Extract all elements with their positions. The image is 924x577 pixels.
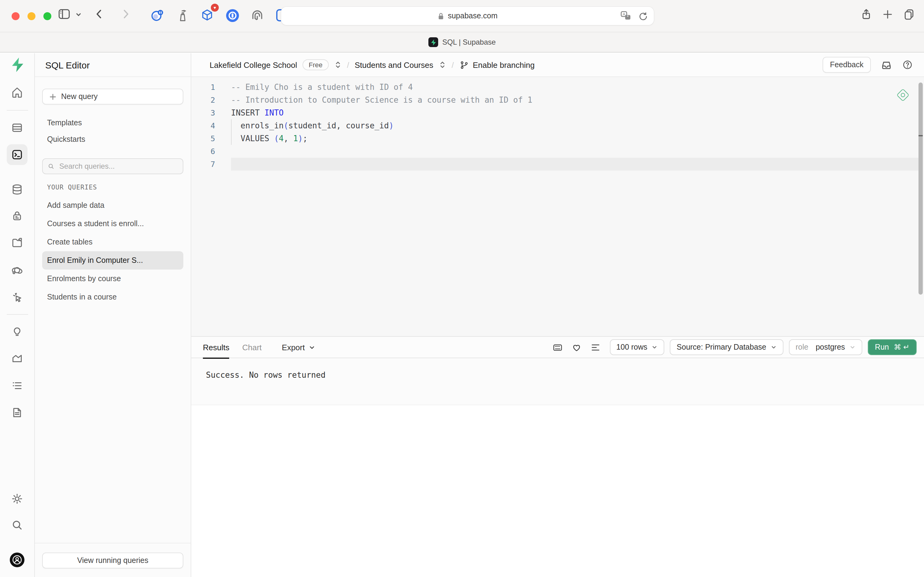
code-lines: 1-- Emily Cho is a student with ID of 42… bbox=[191, 81, 924, 171]
query-list: Add sample dataCourses a student is enro… bbox=[42, 196, 184, 306]
query-list-item[interactable]: Create tables bbox=[42, 233, 184, 251]
logs-icon[interactable] bbox=[11, 380, 23, 392]
code-line[interactable]: 6 bbox=[191, 145, 924, 158]
tab-results[interactable]: Results bbox=[203, 336, 229, 358]
run-query-button[interactable]: Run ⌘ ↵ bbox=[868, 339, 917, 355]
spray-bottle-extension-icon[interactable] bbox=[174, 7, 190, 23]
org-selector-chevrons-icon[interactable] bbox=[334, 61, 341, 69]
safari-window: ♥ I supabase.com bbox=[0, 0, 924, 577]
onepassword-extension-icon[interactable] bbox=[224, 7, 240, 23]
favorite-heart-icon[interactable] bbox=[571, 342, 581, 352]
git-branch-icon bbox=[459, 60, 468, 69]
code-line[interactable]: 7 bbox=[191, 158, 924, 171]
help-icon[interactable] bbox=[902, 59, 913, 70]
query-list-item[interactable]: Enrolments by course bbox=[42, 269, 184, 288]
run-shortcut: ⌘ ↵ bbox=[894, 343, 910, 351]
enable-branching-button[interactable]: Enable branching bbox=[459, 60, 534, 69]
share-icon[interactable] bbox=[860, 8, 872, 21]
authentication-icon[interactable] bbox=[11, 210, 23, 222]
database-icon[interactable] bbox=[11, 184, 23, 196]
results-toolbar: Results Chart Export bbox=[191, 336, 924, 358]
sidebar-item-templates[interactable]: Templates bbox=[47, 114, 82, 131]
code-line[interactable]: 2-- Introduction to Computer Science is … bbox=[191, 93, 924, 106]
format-lines-icon[interactable] bbox=[590, 342, 600, 352]
project-selector-chevrons-icon[interactable] bbox=[439, 61, 446, 69]
code-line[interactable]: 4 enrols_in(student_id, course_id) bbox=[191, 119, 924, 132]
line-number: 7 bbox=[191, 158, 215, 171]
query-list-item[interactable]: Enrol Emily in Computer S... bbox=[42, 251, 184, 269]
reports-icon[interactable] bbox=[11, 352, 23, 364]
address-bar[interactable]: supabase.com A * bbox=[281, 7, 654, 25]
api-docs-icon[interactable] bbox=[11, 406, 23, 419]
query-list-item[interactable]: Add sample data bbox=[42, 196, 184, 214]
settings-gear-icon[interactable] bbox=[11, 493, 23, 505]
storage-icon[interactable] bbox=[11, 237, 23, 249]
code-text bbox=[231, 158, 920, 171]
realtime-icon[interactable] bbox=[11, 264, 23, 276]
translate-icon[interactable]: A * bbox=[620, 10, 632, 22]
minimize-window-button[interactable] bbox=[27, 12, 35, 20]
home-icon[interactable] bbox=[11, 86, 23, 98]
line-number: 2 bbox=[191, 93, 215, 106]
project-name[interactable]: Students and Courses bbox=[355, 60, 433, 69]
sql-code-editor[interactable]: 1-- Emily Cho is a student with ID of 42… bbox=[191, 77, 924, 336]
rail-divider bbox=[7, 110, 28, 111]
code-line[interactable]: 3INSERT INTO bbox=[191, 106, 924, 119]
reload-icon[interactable] bbox=[638, 11, 649, 21]
line-number: 5 bbox=[191, 132, 215, 145]
search-icon[interactable] bbox=[11, 519, 23, 531]
browser-nav-controls bbox=[58, 7, 131, 21]
search-queries-box bbox=[42, 158, 184, 174]
new-query-button[interactable]: New query bbox=[42, 89, 184, 105]
role-dropdown[interactable]: role postgres bbox=[789, 339, 862, 355]
svg-text:A: A bbox=[623, 12, 625, 16]
traffic-lights bbox=[11, 12, 52, 20]
tab-overview-icon[interactable] bbox=[903, 8, 916, 21]
heart-badge-icon: ♥ bbox=[211, 4, 219, 11]
query-list-item[interactable]: Students in a course bbox=[42, 288, 184, 306]
breadcrumb: Lakefield College School Free / Students… bbox=[209, 59, 535, 70]
close-window-button[interactable] bbox=[11, 12, 19, 20]
advisors-cursor-icon[interactable] bbox=[11, 291, 23, 303]
query-status-row: Success. No rows returned bbox=[191, 358, 924, 405]
editor-scrollbar[interactable] bbox=[919, 82, 923, 295]
sidebar-item-quickstarts[interactable]: Quickstarts bbox=[47, 131, 85, 147]
profile-avatar[interactable] bbox=[10, 553, 24, 567]
new-tab-icon[interactable] bbox=[882, 8, 893, 20]
supabase-logo[interactable] bbox=[10, 57, 24, 73]
table-editor-icon[interactable] bbox=[11, 122, 23, 134]
source-dropdown[interactable]: Source: Primary Database bbox=[670, 339, 784, 355]
rows-limit-dropdown[interactable]: 100 rows bbox=[610, 339, 664, 355]
sql-editor-sidebar: SQL Editor New query Templates Quickstar… bbox=[35, 53, 191, 577]
query-list-item[interactable]: Courses a student is enroll... bbox=[42, 214, 184, 233]
page-title: SQL Editor bbox=[45, 60, 90, 70]
feedback-button[interactable]: Feedback bbox=[823, 57, 871, 73]
session-pause-extension-icon[interactable] bbox=[149, 7, 165, 23]
back-button[interactable] bbox=[93, 8, 106, 20]
lightbulb-icon[interactable] bbox=[11, 325, 23, 337]
cube-heart-extension-icon[interactable]: ♥ bbox=[199, 7, 215, 23]
rail-divider bbox=[7, 314, 28, 315]
elephant-extension-icon[interactable] bbox=[250, 7, 265, 23]
search-icon bbox=[48, 163, 55, 170]
forward-button[interactable] bbox=[119, 8, 131, 20]
org-name[interactable]: Lakefield College School bbox=[209, 60, 297, 69]
chevron-down-icon bbox=[308, 344, 315, 351]
export-dropdown[interactable]: Export bbox=[282, 343, 315, 352]
view-running-queries-button[interactable]: View running queries bbox=[42, 552, 184, 568]
keyboard-shortcuts-icon[interactable] bbox=[552, 342, 563, 352]
sidebar-chevron-icon[interactable] bbox=[74, 10, 82, 18]
code-line[interactable]: 1-- Emily Cho is a student with ID of 4 bbox=[191, 81, 924, 93]
sidebar-toggle-icon[interactable] bbox=[58, 7, 71, 21]
sidebar-footer: View running queries bbox=[35, 543, 191, 577]
tab-bar[interactable]: SQL | Supabase bbox=[0, 32, 924, 53]
supabase-favicon bbox=[428, 37, 438, 47]
inbox-icon[interactable] bbox=[881, 59, 892, 71]
code-text bbox=[231, 145, 920, 158]
zoom-window-button[interactable] bbox=[43, 12, 52, 20]
search-queries-input[interactable] bbox=[58, 161, 178, 171]
code-line[interactable]: 5 VALUES (4, 1); bbox=[191, 132, 924, 145]
tab-chart[interactable]: Chart bbox=[242, 336, 262, 358]
sidebar-header: SQL Editor bbox=[35, 53, 191, 77]
sql-editor-icon[interactable] bbox=[7, 144, 27, 165]
